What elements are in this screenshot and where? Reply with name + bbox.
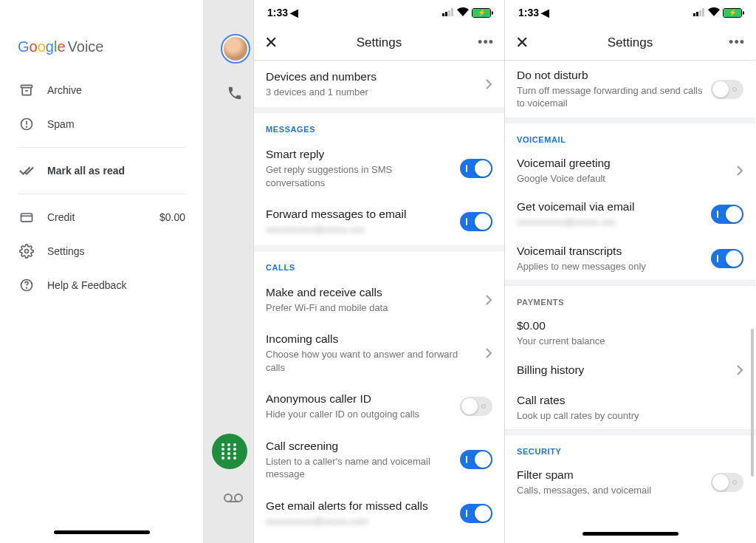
toggle-anonymous-caller[interactable] — [460, 397, 492, 416]
row-call-screening[interactable]: Call screening Listen to a caller's name… — [254, 430, 504, 490]
settings-screen-2: 1:33◀ ⚡ ✕ Settings ••• Do not disturb Tu… — [504, 0, 755, 543]
menu-credit[interactable]: Credit $0.00 — [0, 200, 203, 234]
more-button[interactable]: ••• — [472, 35, 494, 50]
menu-credit-label: Credit — [47, 211, 159, 223]
chevron-right-icon — [485, 294, 492, 306]
svg-rect-17 — [696, 12, 698, 16]
row-subtitle: Listen to a caller's name and voicemail … — [266, 455, 453, 481]
chevron-right-icon — [736, 364, 743, 376]
section-header-security: SECURITY — [505, 435, 755, 460]
svg-rect-18 — [699, 10, 701, 16]
row-title: $0.00 — [517, 318, 743, 334]
row-subtitle: Prefer Wi-Fi and mobile data — [266, 301, 479, 315]
row-filter-spam[interactable]: Filter spam Calls, messages, and voicema… — [505, 460, 755, 504]
dialpad-fab[interactable] — [212, 434, 247, 469]
row-subtitle: Look up call rates by country — [517, 409, 743, 423]
spam-icon — [18, 115, 35, 133]
row-subtitle: xxxxxxxxxx@xxxxx.xxx — [517, 216, 704, 229]
row-title: Do not disturb — [517, 68, 704, 83]
toggle-dnd[interactable] — [711, 80, 743, 99]
drawer-panel: GoogleVoice Archive Spam Mark all as rea… — [0, 0, 203, 543]
toggle-smart-reply[interactable] — [460, 159, 492, 178]
row-subtitle: Google Voice default — [517, 172, 730, 185]
row-balance[interactable]: $0.00 Your current balance — [505, 311, 755, 355]
row-incoming-calls[interactable]: Incoming calls Choose how you want to an… — [254, 323, 504, 383]
svg-point-6 — [25, 250, 29, 253]
menu-help-label: Help & Feedback — [47, 279, 185, 291]
signal-icon — [693, 7, 705, 18]
svg-rect-15 — [451, 8, 453, 16]
section-header-calls: CALLS — [254, 251, 504, 276]
svg-rect-16 — [693, 13, 695, 16]
row-email-missed-calls[interactable]: Get email alerts for missed calls xxxxxx… — [254, 490, 504, 536]
row-voicemail-greeting[interactable]: Voicemail greeting Google Voice default — [505, 148, 755, 192]
toggle-forward-email[interactable] — [460, 212, 492, 231]
menu-settings[interactable]: Settings — [0, 234, 203, 268]
divider — [254, 245, 504, 251]
toggle-call-screening[interactable] — [460, 450, 492, 469]
phone-icon[interactable] — [227, 85, 243, 104]
wifi-icon — [457, 7, 469, 18]
svg-point-9 — [224, 494, 232, 502]
row-title: Billing history — [517, 363, 730, 378]
row-subtitle: 3 devices and 1 number — [266, 86, 479, 99]
divider — [254, 107, 504, 113]
menu-help[interactable]: Help & Feedback — [0, 268, 203, 302]
menu-mark-all-read[interactable]: Mark all as read — [0, 154, 203, 188]
scrollbar[interactable] — [751, 329, 754, 477]
row-title: Incoming calls — [266, 332, 479, 347]
background-strip — [203, 0, 253, 543]
row-title: Voicemail greeting — [517, 156, 730, 171]
voicemail-icon[interactable] — [224, 493, 243, 506]
row-anonymous-caller-id[interactable]: Anonymous caller ID Hide your caller ID … — [254, 383, 504, 429]
close-button[interactable]: ✕ — [264, 33, 286, 52]
toggle-missed-call-email[interactable] — [460, 504, 492, 523]
row-do-not-disturb[interactable]: Do not disturb Turn off message forwardi… — [505, 61, 755, 117]
row-title: Call rates — [517, 393, 743, 409]
chevron-right-icon — [485, 78, 492, 90]
row-billing-history[interactable]: Billing history — [505, 355, 755, 386]
location-icon: ◀ — [290, 7, 298, 18]
row-subtitle: Get reply suggestions in SMS conversatio… — [266, 163, 453, 189]
menu-archive[interactable]: Archive — [0, 73, 203, 107]
status-time: 1:33 — [267, 7, 288, 18]
divider — [505, 117, 755, 123]
svg-point-8 — [27, 287, 27, 288]
row-title: Anonymous caller ID — [266, 392, 453, 407]
row-subtitle: xxxxxxxxxx@xxxxx.xxx — [266, 223, 453, 236]
menu-archive-label: Archive — [47, 84, 185, 96]
settings-screen-1: 1:33◀ ⚡ ✕ Settings ••• Devices and numbe… — [253, 0, 504, 543]
row-voicemail-email[interactable]: Get voicemail via email xxxxxxxxxx@xxxxx… — [505, 192, 755, 236]
battery-icon: ⚡ — [723, 8, 742, 18]
close-button[interactable]: ✕ — [515, 33, 537, 52]
more-button[interactable]: ••• — [723, 35, 745, 50]
status-time: 1:33 — [518, 7, 539, 18]
svg-rect-13 — [445, 12, 447, 16]
menu-spam[interactable]: Spam — [0, 107, 203, 141]
toggle-filter-spam[interactable] — [711, 473, 743, 492]
credit-icon — [18, 208, 35, 226]
nav-title: Settings — [286, 35, 472, 50]
gear-icon — [18, 242, 35, 260]
toggle-voicemail-email[interactable] — [711, 205, 743, 224]
svg-rect-14 — [448, 10, 450, 16]
row-title: Call screening — [266, 439, 453, 454]
row-call-rates[interactable]: Call rates Look up call rates by country — [505, 386, 755, 429]
toggle-voicemail-transcripts[interactable] — [711, 249, 743, 268]
row-voicemail-transcripts[interactable]: Voicemail transcripts Applies to new mes… — [505, 236, 755, 280]
help-icon — [18, 276, 35, 294]
section-header-messages: MESSAGES — [254, 113, 504, 138]
row-title: Get voicemail via email — [517, 199, 704, 215]
row-subtitle: Applies to new messages only — [517, 260, 704, 273]
row-devices-numbers[interactable]: Devices and numbers 3 devices and 1 numb… — [254, 61, 504, 107]
row-forward-email[interactable]: Forward messages to email xxxxxxxxxx@xxx… — [254, 198, 504, 245]
nav-bar: ✕ Settings ••• — [505, 25, 755, 61]
row-smart-reply[interactable]: Smart reply Get reply suggestions in SMS… — [254, 138, 504, 198]
row-title: Filter spam — [517, 468, 704, 483]
row-make-receive-calls[interactable]: Make and receive calls Prefer Wi-Fi and … — [254, 276, 504, 323]
section-header-payments: PAYMENTS — [505, 286, 755, 311]
chevron-right-icon — [736, 165, 743, 177]
battery-icon: ⚡ — [472, 8, 491, 18]
avatar[interactable] — [222, 35, 249, 62]
menu-credit-value: $0.00 — [159, 211, 185, 223]
